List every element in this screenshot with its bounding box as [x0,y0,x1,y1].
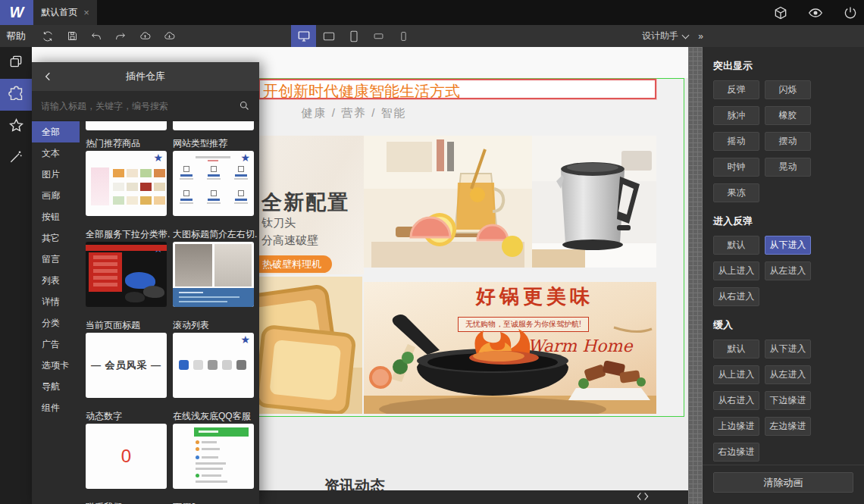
cloud-download-icon[interactable] [161,28,177,45]
anim-button[interactable]: 从右进入 [713,391,759,410]
category-item[interactable]: 组件 [32,397,80,418]
search-icon[interactable] [229,91,259,121]
anim-button[interactable]: 时钟 [713,158,759,177]
tablet-portrait-icon[interactable] [341,25,366,47]
plugin-card-site-types[interactable]: ★ [173,151,254,216]
design-assistant-label: 设计助手 [642,30,678,42]
favorite-star-icon[interactable]: ★ [153,152,163,163]
category-item[interactable]: 详情 [32,291,80,312]
monitor-icon[interactable] [291,25,316,47]
plugin-card-partial[interactable] [86,121,167,130]
thumb-shoe [125,292,145,302]
anim-button[interactable]: 晃动 [765,158,811,177]
anim-button[interactable]: 从左进入 [765,261,811,280]
category-item[interactable]: 导航 [32,376,80,397]
page-tab[interactable]: 默认首页 × [33,0,97,25]
favorite-star-icon[interactable]: ★ [240,152,250,163]
category-item[interactable]: 文本 [32,142,80,164]
plugin-card-hot-products[interactable]: ★ [86,151,167,216]
anim-button[interactable]: 反弹 [713,80,759,99]
undo-icon[interactable] [88,28,105,45]
anim-button[interactable]: 橡胶 [765,106,811,125]
tablet-landscape-icon[interactable] [316,25,341,47]
phone-portrait-icon[interactable] [391,25,416,47]
star-icon [8,117,24,136]
anim-button[interactable]: 脉冲 [713,106,759,125]
code-icon[interactable] [637,490,649,504]
app-logo[interactable]: W [0,0,33,25]
save-icon[interactable] [64,28,80,45]
section-title-bounce-in: 进入反弹 [713,214,853,228]
redo-icon[interactable] [112,28,129,45]
search-input[interactable] [41,101,229,111]
category-item[interactable]: 其它 [32,227,80,249]
back-icon[interactable] [42,69,58,84]
cloud-upload-icon[interactable] [136,28,153,45]
favorite-star-icon[interactable]: ★ [240,334,250,345]
category-item[interactable]: 分类 [32,312,80,333]
eye-icon[interactable] [808,5,823,20]
plugin-card-scroll-list[interactable]: ★ [173,333,254,398]
power-icon[interactable] [843,5,858,20]
anim-button[interactable]: 右边缘进 [713,443,759,462]
wok-banner[interactable]: 好锅更美味 无忧购物，至诚服务为你保驾护航! Warm Home [364,282,656,414]
plugin-search-bar [32,91,259,121]
double-chevron-icon[interactable]: » [698,25,703,47]
anim-button[interactable]: 从右进入 [713,287,759,306]
news-section-title[interactable]: 资讯动态 [324,476,385,490]
thumb-logo [193,360,203,370]
anim-button-selected[interactable]: 从下进入 [765,236,811,255]
anim-button[interactable]: 默认 [713,236,759,255]
anim-button[interactable]: 从上进入 [713,261,759,280]
category-item[interactable]: 留言 [32,249,80,270]
design-assistant-dropdown[interactable]: 设计助手 [642,25,688,47]
thumb-line [202,456,218,459]
sidebar-item-tools[interactable] [0,142,32,174]
animation-panel-footer: 清除动画 [703,465,864,504]
phone-landscape-icon[interactable] [366,25,391,47]
category-item[interactable]: 选项卡 [32,355,80,376]
sidebar-item-favorites[interactable] [0,111,32,142]
help-button[interactable]: 帮助 [0,25,32,47]
anim-button[interactable]: 从上进入 [713,365,759,384]
anim-button[interactable]: 从左进入 [765,365,811,384]
headline-selected-element[interactable]: 开创新时代健康智能生活方式 [258,79,656,99]
wok-banner-subtitle: 无忧购物，至诚服务为你保驾护航! [458,317,589,332]
hero-cta-button[interactable]: 热破壁料理机 [252,255,332,273]
plugin-card-big-image-intro[interactable] [173,242,254,307]
top-bar: W 默认首页 × [0,0,864,25]
section-title-highlight: 突出显示 [713,59,853,73]
anim-button[interactable]: 果冻 [713,183,759,202]
sidebar-item-pages[interactable] [0,47,32,79]
anim-button[interactable]: 摆动 [765,132,811,151]
anim-button[interactable]: 摇动 [713,132,759,151]
plugin-card-partial[interactable] [173,121,254,130]
category-item[interactable]: 广告 [32,333,80,355]
sidebar-item-plugins[interactable] [0,79,32,111]
category-item[interactable]: 全部 [32,121,80,142]
cube-icon[interactable] [773,5,788,20]
anim-button[interactable]: 默认 [713,340,759,358]
anim-button[interactable]: 左边缘进 [765,417,811,436]
anim-button[interactable]: 从下进入 [765,340,811,358]
refresh-icon[interactable] [39,28,56,45]
anim-button[interactable]: 闪烁 [765,80,811,99]
plugin-card-dynamic-number[interactable]: 0 [86,424,167,489]
plugin-card-qq-service[interactable] [173,424,254,489]
anim-button[interactable]: 上边缘进 [713,417,759,436]
category-item[interactable]: 图片 [32,164,80,185]
category-item[interactable]: 列表 [32,270,80,291]
close-icon[interactable]: × [83,7,89,18]
plugin-card-page-title[interactable]: — 会员风采 — [86,333,167,398]
canvas-scrollbar[interactable] [688,47,703,504]
anim-button[interactable]: 下边缘进 [765,391,811,410]
juice-photo[interactable] [364,136,532,268]
thumb-caption-strip [173,288,254,307]
subtitle-text[interactable]: 健康 / 营养 / 智能 [282,106,426,121]
category-item[interactable]: 按钮 [32,206,80,227]
kettle-photo[interactable] [532,136,656,268]
clear-animation-button[interactable]: 清除动画 [713,472,853,493]
thumb-underline [208,160,218,161]
plugin-card-services-menu[interactable]: ★ [86,242,167,307]
category-item[interactable]: 画廊 [32,185,80,206]
